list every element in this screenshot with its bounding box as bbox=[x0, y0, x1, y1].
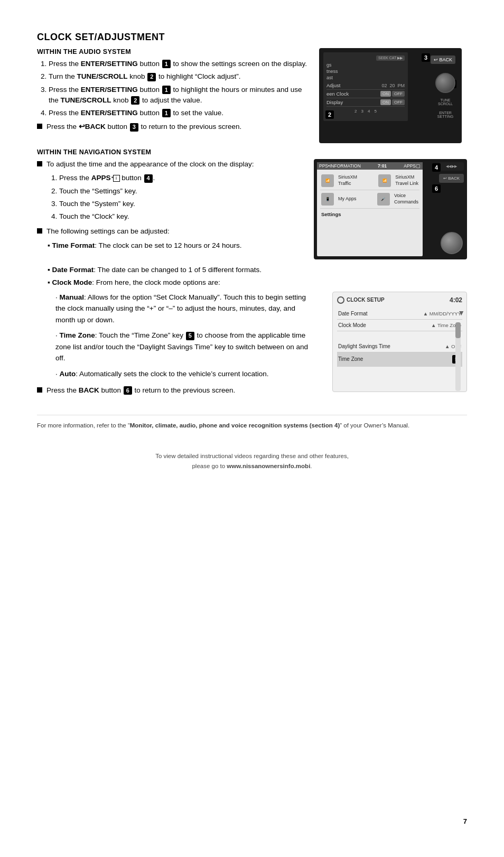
nav-step2: Touch the “Settings” key. bbox=[59, 186, 303, 197]
modes-section: Manual: Allows for the option “Set Clock… bbox=[37, 292, 467, 399]
nav-bullet-1: To adjust the time and the appearance of… bbox=[37, 159, 303, 170]
page-title: CLOCK SET/ADJUSTMENT bbox=[37, 32, 467, 43]
badge-3: 3 bbox=[422, 53, 430, 62]
timezone-mode: Time Zone: Touch the “Time Zone” key 5 t… bbox=[55, 330, 316, 364]
badge-4: 4 bbox=[432, 163, 441, 172]
section1-text: WITHIN THE AUDIO SYSTEM Press the ENTER/… bbox=[37, 48, 309, 143]
bullet-square bbox=[37, 124, 42, 129]
section1-steps: Press the ENTER/SETTING button 1 to show… bbox=[37, 59, 309, 118]
nav-step4: Touch the “Clock” key. bbox=[59, 211, 303, 222]
step3: Press the ENTER/SETTING button 1 to high… bbox=[49, 85, 309, 106]
nav-screen: PPS•INFORMATION 7:01 APPS▢ 📶 SiriusXMTra… bbox=[317, 162, 423, 256]
section1-header: WITHIN THE AUDIO SYSTEM bbox=[37, 48, 309, 55]
clock-setup-device: CLOCK SETUP 4:02 Date Format ▲ MM/DD/YYY… bbox=[332, 292, 467, 392]
section2-header: WITHIN THE NAVIGATION SYSTEM bbox=[37, 148, 467, 156]
date-format-item: ▪ Date Format: The date can be changed t… bbox=[48, 265, 467, 275]
nav-device-image: PPS•INFORMATION 7:01 APPS▢ 📶 SiriusXMTra… bbox=[314, 159, 467, 259]
nav-steps: Press the APPS‧i button 4. Touch the “Se… bbox=[48, 173, 303, 222]
section1-content: WITHIN THE AUDIO SYSTEM Press the ENTER/… bbox=[37, 48, 467, 143]
auto-mode: Auto: Automatically sets the clock to th… bbox=[55, 368, 316, 380]
nav-bullet-2: The following settings can be adjusted: bbox=[37, 226, 303, 237]
nav-knob bbox=[441, 232, 463, 254]
back-bullet-1: Press the ↩BACK button 3 to return to th… bbox=[37, 122, 309, 132]
page-number: 7 bbox=[463, 817, 467, 825]
clock-mode-item: ▪ Clock Mode: From here, the clock mode … bbox=[48, 277, 467, 288]
step4: Press the ENTER/SETTING button 1 to set … bbox=[49, 108, 309, 118]
audio-device-image: SEEK CAT ▶▶ gs tness ast Adjust 02 20 PM… bbox=[319, 48, 467, 143]
badge-6: 6 bbox=[432, 184, 441, 193]
audio-device: SEEK CAT ▶▶ gs tness ast Adjust 02 20 PM… bbox=[319, 48, 462, 143]
manual-mode: Manual: Allows for the option “Set Clock… bbox=[55, 292, 316, 326]
tune-scroll-knob bbox=[435, 73, 455, 93]
footer: To view detailed instructional videos re… bbox=[37, 451, 467, 471]
back-btn-img: ↩ BACK bbox=[431, 55, 455, 64]
section2-text: To adjust the time and the appearance of… bbox=[37, 159, 303, 259]
step2: Turn the TUNE/SCROLL knob 2 to highlight… bbox=[49, 71, 309, 82]
clock-setup-image: CLOCK SETUP 4:02 Date Format ▲ MM/DD/YYY… bbox=[332, 292, 467, 399]
nav-step1: Press the APPS‧i button 4. bbox=[59, 173, 303, 183]
section2-content: To adjust the time and the appearance of… bbox=[37, 159, 467, 259]
step1: Press the ENTER/SETTING button 1 to show… bbox=[49, 59, 309, 69]
badge-2-overlay: 2 bbox=[325, 110, 334, 119]
back-bullet-2: Press the BACK button 6 to return to the… bbox=[37, 385, 316, 396]
nav-step3: Touch the “System” key. bbox=[59, 199, 303, 209]
section2: WITHIN THE NAVIGATION SYSTEM To adjust t… bbox=[37, 148, 467, 399]
footer-note: For more information, refer to the “Moni… bbox=[37, 415, 467, 430]
nav-side-buttons: ◀◀ ▶▶ ↩ BACK bbox=[439, 162, 464, 183]
modes-text: Manual: Allows for the option “Set Clock… bbox=[37, 292, 316, 399]
settings-items: ▪ Date Format: The date can be changed t… bbox=[37, 265, 467, 288]
audio-screen: SEEK CAT ▶▶ gs tness ast Adjust 02 20 PM… bbox=[323, 52, 408, 121]
knob-area: TUNESCROLL ENTERSETTING bbox=[435, 73, 455, 118]
time-format-item: ▪ Time Format: The clock can be set to 1… bbox=[48, 240, 303, 251]
nav-device: PPS•INFORMATION 7:01 APPS▢ 📶 SiriusXMTra… bbox=[314, 159, 467, 259]
